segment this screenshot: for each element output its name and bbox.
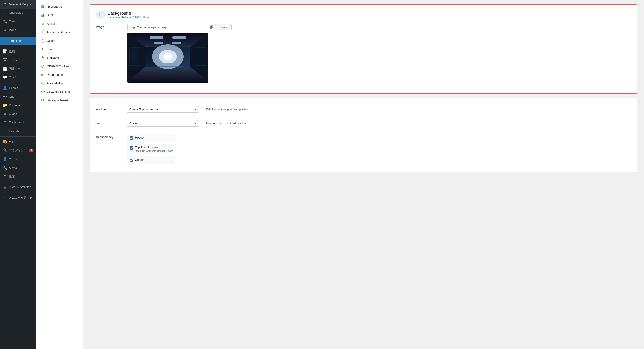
nav-item-responsive[interactable]: ⊡ Responsive (36, 2, 83, 11)
addons-plugins-icon: ⚡ (40, 30, 44, 34)
transparency-content-checkbox[interactable] (130, 159, 133, 162)
seo-icon: 📊 (40, 13, 44, 17)
position-section: Position Center Top | no-repeat iOS does… (90, 98, 637, 172)
icons-icon: ★ (3, 28, 7, 33)
nav-item-accessibility[interactable]: ◎ Accessibility (36, 79, 83, 87)
admin-menu: ? Manual & Support ≡ Changelog 🔧 Tools ★… (0, 0, 36, 349)
sidebar-item-posts[interactable]: 📝 投稿 (0, 47, 36, 56)
copy-icon[interactable]: 🗐 (210, 25, 213, 29)
slides-icon: ⧉ (3, 111, 7, 116)
sidebar-item-layouts[interactable]: ⊞ Layouts (0, 127, 36, 135)
size-row: Size Cover Does not work with fixed posi… (96, 116, 632, 130)
image-url-input[interactable] (127, 24, 208, 30)
nav-item-social[interactable]: ◁ Social (36, 19, 83, 28)
fonts-icon: A (40, 47, 44, 51)
changelog-icon: ≡ (3, 10, 7, 15)
position-row: Position Center Top | no-repeat iOS does… (96, 102, 632, 116)
menu-separator-3 (0, 83, 36, 83)
sidebar-item-media[interactable]: 🖼 メディア (0, 56, 36, 64)
nav-item-colors[interactable]: ◯ Colors (36, 36, 83, 45)
social-icon: ◁ (40, 21, 44, 26)
sidebar-item-comments[interactable]: 💬 コメント (0, 73, 36, 82)
nav-item-custom-css-js[interactable]: </> Custom CSS & JS (36, 87, 83, 96)
transparency-header-checkbox[interactable] (130, 136, 133, 140)
svg-rect-10 (196, 48, 206, 66)
portfolio-icon: 📁 (3, 103, 7, 108)
settings-icon: ⚙ (3, 174, 7, 179)
sidebar-item-templates[interactable]: □ Templates (0, 37, 36, 45)
sidebar-item-slides[interactable]: ⧉ Slides (0, 110, 36, 118)
transparency-content-item[interactable]: Content (127, 156, 175, 164)
svg-point-7 (163, 53, 172, 60)
nav-item-addons-plugins[interactable]: ⚡ Addons & Plugins (36, 28, 83, 36)
panel-title: Background (108, 11, 150, 16)
sidebar-item-close-menu[interactable]: ← メニューを閉じる (0, 193, 36, 202)
sidebar-item-slider-revolution[interactable]: ◎ Slider Revolution (0, 183, 36, 191)
position-select[interactable]: Center Top | no-repeat (127, 106, 199, 113)
sidebar-item-offer[interactable]: 🏷 Offer (0, 92, 36, 101)
sidebar-item-portfolio[interactable]: 📁 Portfolio (0, 101, 36, 109)
nav-item-fonts[interactable]: A Fonts (36, 45, 83, 53)
background-panel-icon: ⠿ (96, 10, 105, 19)
image-label: Image (96, 24, 123, 28)
tools2-icon: 🔧 (3, 165, 7, 170)
gdpr-cookies-icon: ◎ (40, 64, 44, 68)
sidebar-item-clients[interactable]: 👤 Clients (0, 84, 36, 92)
position-field: Center Top | no-repeat iOS does not supp… (127, 106, 632, 113)
background-panel: ⠿ Background Recommended size: 1920x1080… (90, 4, 637, 93)
sidebar-item-appearance[interactable]: 🎨 外観 (0, 138, 36, 146)
nav-item-gdpr-cookies[interactable]: ◎ GDPR & Cookies (36, 62, 83, 70)
sidebar-item-pages[interactable]: 📄 固定ページ (0, 64, 36, 73)
sidebar-item-settings[interactable]: ⚙ 設定 (0, 172, 36, 181)
transparency-header-label-area: Header (135, 136, 145, 139)
image-form-row: Image 🗐 Browse (96, 24, 632, 83)
nav-item-backup-reset[interactable]: ⊡ Backup & Reset (36, 96, 83, 104)
transparency-row: Transparency Header Top Bar with menu (96, 130, 632, 168)
svg-rect-11 (150, 36, 163, 39)
plugins-icon: 🔌 (3, 148, 7, 153)
sidebar-item-tools2[interactable]: 🔧 ツール (0, 163, 36, 172)
nav-item-seo[interactable]: 📊 SEO (36, 11, 83, 19)
sidebar-item-users[interactable]: 👤 ユーザー (0, 155, 36, 163)
transparency-topbar-sublabel: Does not work with Header Below (135, 150, 172, 152)
menu-separator-5 (0, 182, 36, 182)
transparency-topbar-item[interactable]: Top Bar with menu Does not work with Hea… (127, 144, 175, 154)
nav-item-performance[interactable]: ◎ Performance (36, 70, 83, 79)
sidebar-item-icons[interactable]: ★ Icons (0, 26, 36, 34)
size-field: Cover Does not work with fixed position (127, 120, 632, 127)
menu-separator-4 (0, 136, 36, 137)
clients-icon: 👤 (3, 86, 7, 91)
tools-icon: 🔧 (3, 19, 7, 24)
sidebar-item-plugins[interactable]: 🔌 プラグイン 2 (0, 146, 36, 155)
sidebar-item-manual-support[interactable]: ? Manual & Support (0, 0, 36, 8)
size-select[interactable]: Cover (127, 120, 199, 127)
transparency-topbar-label-area: Top Bar with menu Does not work with Hea… (135, 146, 172, 152)
sidebar-item-changelog[interactable]: ≡ Changelog (0, 8, 36, 17)
menu-separator (0, 35, 36, 36)
nav-item-translate[interactable]: ⚑ Translate (36, 53, 83, 62)
size-hint: Does not work with fixed position (206, 122, 246, 125)
slider-revolution-icon: ◎ (3, 185, 7, 190)
users-icon: 👤 (3, 157, 7, 162)
close-menu-icon: ← (3, 195, 7, 200)
layouts-icon: ⊞ (3, 129, 7, 134)
sidebar-item-testimonials[interactable]: ❝ Testimonials (0, 118, 36, 127)
sidebar-item-tools[interactable]: 🔧 Tools (0, 17, 36, 26)
panel-header: ⠿ Background Recommended size: 1920x1080… (96, 10, 632, 19)
offer-icon: 🏷 (3, 94, 7, 99)
transparency-content-label-area: Content (135, 158, 145, 161)
plugins-badge: 2 (29, 149, 33, 152)
performance-icon: ◎ (40, 73, 44, 77)
background-image-preview (127, 33, 208, 82)
main-content: ⠿ Background Recommended size: 1920x1080… (83, 0, 644, 349)
browse-button[interactable]: Browse (215, 24, 232, 30)
transparency-header-item[interactable]: Header (127, 134, 175, 142)
manual-support-icon: ? (3, 2, 7, 7)
image-input-group: 🗐 Browse (127, 24, 632, 30)
colors-icon: ◯ (40, 39, 44, 43)
transparency-content-label: Content (135, 158, 145, 161)
svg-rect-13 (154, 42, 163, 44)
transparency-topbar-checkbox[interactable] (130, 146, 133, 150)
svg-rect-12 (172, 36, 186, 39)
transparency-header-label: Header (135, 136, 145, 139)
